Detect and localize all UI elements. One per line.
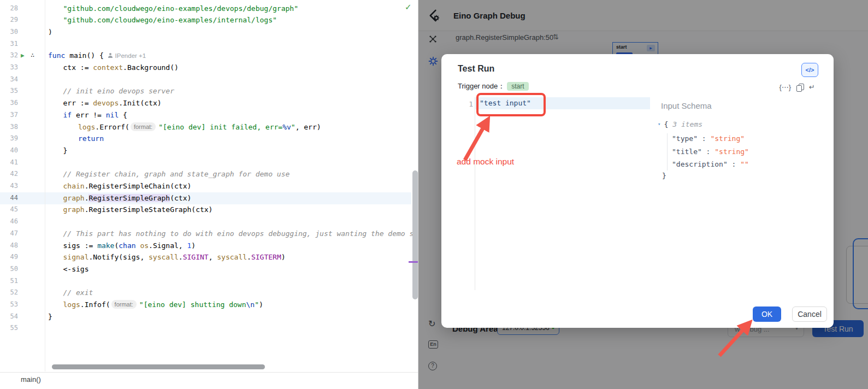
horizontal-scrollbar[interactable]: [52, 364, 265, 369]
code-line: 52// exit: [0, 287, 411, 299]
braces-icon[interactable]: {⋯}: [779, 84, 791, 91]
line-number: 42: [0, 168, 18, 180]
code-line: 35// init eino devops server: [0, 85, 411, 97]
line-number: 44: [0, 192, 18, 204]
modal-title: Test Run: [458, 64, 494, 74]
code-line: 34: [0, 74, 411, 86]
code-line: 37if err != nil {: [0, 109, 411, 121]
run-related-icon[interactable]: ∴: [31, 50, 34, 62]
line-number: 55: [0, 322, 18, 334]
tree-indent-guide: [667, 133, 668, 170]
code-line: 44graph.RegisterSimpleGraph(ctx): [0, 192, 411, 204]
code-area[interactable]: 28"github.com/cloudwego/eino-examples/de…: [0, 0, 418, 372]
trigger-node-row: Trigger node：start: [458, 81, 529, 91]
code-line: 46: [0, 216, 411, 228]
test-run-modal: Test Run </> Trigger node：start {⋯} ↵ 1 …: [441, 54, 834, 328]
line-number: 53: [0, 299, 18, 311]
line-number: 35: [0, 85, 18, 97]
inspections-ok-icon[interactable]: ✓: [405, 2, 412, 12]
code-view-toggle-button[interactable]: </>: [801, 63, 818, 77]
line-number: 52: [0, 287, 18, 299]
code-line: 53logs.Infof(format:"[eino dev] shutting…: [0, 299, 411, 311]
cancel-button[interactable]: Cancel: [792, 307, 827, 322]
line-number: 34: [0, 74, 18, 86]
schema-row: "type" : "string": [672, 134, 745, 143]
line-number: 46: [0, 216, 18, 228]
line-number: 48: [0, 240, 18, 252]
schema-root-row: ▾{3 items: [658, 120, 702, 128]
line-number: 45: [0, 204, 18, 216]
code-line: 40}: [0, 145, 411, 157]
line-number: 49: [0, 251, 18, 263]
code-line: 45graph.RegisterSimpleStateGraph(ctx): [0, 204, 411, 216]
vertical-scrollbar[interactable]: [412, 170, 418, 299]
code-line: 49signal.Notify(sigs, syscall.SIGINT, sy…: [0, 251, 411, 263]
line-number: 39: [0, 133, 18, 145]
schema-row: "title" : "string": [672, 148, 749, 156]
scrollbar-annotation-mark: [409, 261, 418, 263]
line-number: 30: [0, 26, 18, 38]
author-inlay-hint: IPender +1: [108, 52, 146, 59]
ok-button[interactable]: OK: [753, 307, 781, 322]
modal-editor-line-number: 1: [461, 100, 473, 108]
line-number: 37: [0, 109, 18, 121]
trigger-node-badge: start: [507, 82, 528, 91]
code-line: 30): [0, 26, 411, 38]
code-line: 54}: [0, 311, 411, 323]
schema-key: "title": [672, 148, 702, 156]
gutter-separator: [45, 0, 45, 372]
schema-row: "description" : "": [672, 160, 749, 168]
code-line: 43chain.RegisterSimpleChain(ctx): [0, 180, 411, 192]
schema-value: "": [740, 160, 749, 168]
input-schema-heading: Input Schema: [661, 101, 712, 110]
code-line: 33ctx := context.Background(): [0, 62, 411, 74]
breadcrumb[interactable]: main(): [21, 375, 41, 384]
breadcrumb-bar: main(): [0, 372, 418, 389]
schema-close-brace: }: [662, 172, 666, 180]
tree-collapse-icon[interactable]: ▾: [658, 121, 660, 127]
line-number: 50: [0, 263, 18, 275]
line-number: 33: [0, 62, 18, 74]
param-hint: format:: [131, 122, 156, 131]
code-line: 42// Register chain, graph and state_gra…: [0, 168, 411, 180]
line-number: 51: [0, 275, 18, 287]
code-line: 36err := devops.Init(ctx): [0, 97, 411, 109]
line-number: 29: [0, 14, 18, 26]
line-number: 32: [0, 50, 18, 62]
line-number: 31: [0, 38, 18, 50]
code-line: 48sigs := make(chan os.Signal, 1): [0, 240, 411, 252]
line-number: 43: [0, 180, 18, 192]
code-editor: 28"github.com/cloudwego/eino-examples/de…: [0, 0, 418, 389]
code-line: 28"github.com/cloudwego/eino-examples/de…: [0, 3, 411, 15]
schema-value: "string": [710, 134, 745, 143]
line-number: 47: [0, 228, 18, 240]
annotation-red-box: [476, 93, 546, 116]
wrap-icon[interactable]: ↵: [809, 84, 815, 91]
trigger-node-label: Trigger node：: [458, 82, 505, 90]
line-number: 38: [0, 121, 18, 133]
code-line: 55: [0, 322, 411, 334]
annotation-mock-label: add mock input: [457, 157, 514, 167]
code-line: 47// This part has nothing to do with ei…: [0, 228, 411, 240]
author-icon: [108, 53, 113, 58]
code-line: 38logs.Errorf(format:"[eino dev] init fa…: [0, 121, 411, 133]
schema-open-brace: {: [664, 120, 668, 128]
schema-key: "description": [672, 160, 728, 168]
modal-editor-gutter-line: [475, 97, 475, 290]
run-main-button[interactable]: ▶: [21, 50, 25, 62]
schema-value: "string": [715, 148, 749, 156]
line-number: 28: [0, 3, 18, 15]
line-number: 41: [0, 157, 18, 169]
code-line: 39return: [0, 133, 411, 145]
line-number: 40: [0, 145, 18, 157]
line-number: 36: [0, 97, 18, 109]
schema-items-hint: 3 items: [672, 120, 702, 128]
code-line: 51: [0, 275, 411, 287]
copy-icon[interactable]: [796, 84, 804, 91]
code-line: 29"github.com/cloudwego/eino-examples/in…: [0, 14, 411, 26]
code-line: 50<-sigs: [0, 263, 411, 275]
code-line: 41: [0, 157, 411, 169]
editor-toolbar: {⋯} ↵: [779, 84, 815, 91]
param-hint: format:: [111, 300, 137, 309]
schema-key: "type": [672, 134, 698, 143]
